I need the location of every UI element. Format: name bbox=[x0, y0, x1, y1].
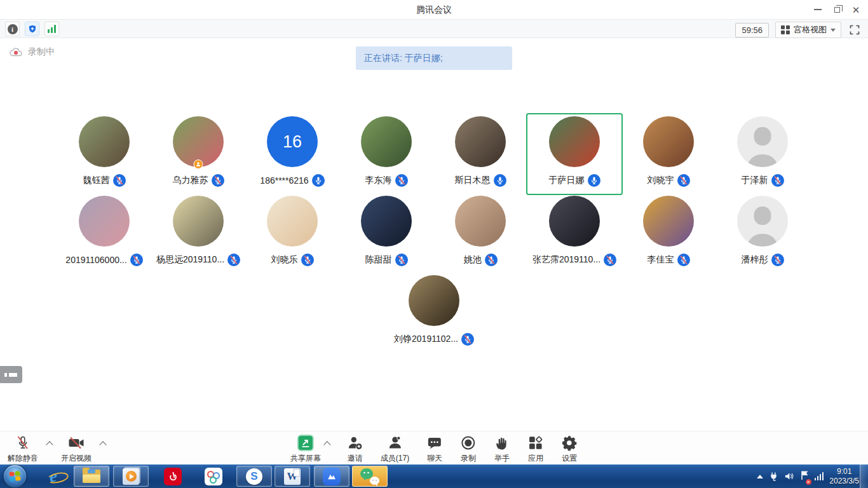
apps-button[interactable]: 应用 bbox=[527, 435, 544, 464]
layout-toggle-button[interactable] bbox=[0, 366, 22, 383]
settings-button[interactable]: 设置 bbox=[561, 435, 578, 464]
participant-avatar bbox=[643, 196, 694, 247]
media-player-icon bbox=[123, 468, 139, 485]
window-titlebar: 腾讯会议 ✕ bbox=[0, 0, 868, 19]
participant-tile[interactable]: 乌力雅苏 bbox=[151, 114, 245, 194]
action-center-alert-badge: ✕ bbox=[806, 479, 811, 485]
participant-avatar bbox=[549, 116, 600, 167]
folder-icon bbox=[83, 470, 100, 483]
minimize-icon bbox=[814, 9, 822, 10]
participant-tile[interactable]: 陈甜甜 bbox=[339, 194, 433, 273]
restore-button[interactable] bbox=[827, 0, 846, 19]
meeting-security-button[interactable] bbox=[25, 22, 39, 36]
mic-muted-icon bbox=[771, 174, 784, 187]
participant-tile[interactable]: 刘铮20191102... bbox=[387, 273, 481, 353]
participant-tile[interactable]: 姚池 bbox=[433, 194, 527, 273]
taskbar-clock[interactable]: 9:01 2023/3/5 bbox=[829, 467, 859, 486]
network-quality-button[interactable] bbox=[44, 22, 59, 36]
mic-muted-icon bbox=[677, 254, 690, 266]
mic-on-icon bbox=[588, 174, 600, 187]
word-icon: W bbox=[284, 468, 301, 485]
apps-icon bbox=[527, 435, 544, 451]
record-button[interactable]: 录制 bbox=[460, 435, 477, 464]
chat-label: 聊天 bbox=[427, 453, 442, 464]
fullscreen-button[interactable] bbox=[848, 23, 862, 37]
participant-tile[interactable]: 16 186****6216 bbox=[245, 114, 339, 194]
participant-name: 20191106000... bbox=[65, 255, 126, 265]
unmute-button[interactable]: 解除静音 bbox=[8, 435, 38, 464]
taskbar-item-netease-music[interactable] bbox=[155, 466, 191, 487]
chat-button[interactable]: 聊天 bbox=[426, 435, 443, 464]
participant-tile[interactable]: 杨思远2019110... bbox=[151, 194, 245, 273]
camera-off-icon bbox=[67, 435, 85, 451]
power-plug-icon[interactable] bbox=[769, 471, 778, 481]
cloud-recording-icon bbox=[9, 47, 23, 57]
participant-tile[interactable]: 张艺霈2019110... bbox=[527, 194, 621, 273]
video-options-chevron-icon[interactable] bbox=[99, 441, 106, 448]
shield-icon bbox=[27, 24, 37, 34]
taskbar-item-media-player[interactable] bbox=[113, 466, 149, 487]
close-button[interactable]: ✕ bbox=[846, 0, 865, 19]
taskbar-item-sogou[interactable]: S bbox=[236, 466, 272, 487]
share-options-chevron-icon[interactable] bbox=[323, 441, 330, 448]
mic-muted-icon bbox=[15, 435, 31, 451]
minimize-button[interactable] bbox=[808, 0, 827, 19]
meeting-main-area: 录制中 正在讲话: 于萨日娜; 魏钰茜 乌力雅苏 16 1 bbox=[0, 39, 868, 431]
taskbar-item-tencent-meeting[interactable] bbox=[314, 466, 349, 487]
members-button[interactable]: 成员(17) bbox=[381, 435, 409, 464]
participant-name: 杨思远2019110... bbox=[156, 254, 224, 266]
participant-tile[interactable]: 20191106000... bbox=[57, 194, 151, 273]
participant-tile[interactable]: 李佳宝 bbox=[621, 194, 715, 273]
participant-avatar bbox=[173, 196, 224, 247]
participant-name: 姚池 bbox=[464, 254, 482, 266]
raise-hand-button[interactable]: 举手 bbox=[494, 435, 510, 464]
taskbar-item-wechat[interactable] bbox=[352, 466, 388, 487]
share-screen-button[interactable]: 共享屏幕 bbox=[290, 435, 321, 464]
taskbar-item-word[interactable]: W bbox=[275, 466, 310, 487]
participant-tile[interactable]: 潘梓彤 bbox=[715, 194, 810, 273]
taskbar-item-circles-app[interactable] bbox=[196, 466, 231, 487]
volume-icon[interactable] bbox=[784, 471, 794, 481]
network-tray-icon[interactable] bbox=[815, 472, 824, 480]
participant-name: 于泽新 bbox=[742, 175, 768, 186]
grid-view-icon bbox=[781, 25, 790, 34]
participant-tile[interactable]: 刘晓宇 bbox=[621, 114, 715, 194]
participant-tile[interactable]: 斯日木恩 bbox=[433, 114, 527, 194]
record-label: 录制 bbox=[461, 453, 476, 464]
default-avatar bbox=[737, 116, 788, 167]
meeting-timer: 59:56 bbox=[735, 23, 769, 37]
participant-avatar bbox=[643, 116, 694, 167]
action-center-flag-icon[interactable]: ✕ bbox=[800, 470, 809, 483]
clock-date: 2023/3/5 bbox=[829, 477, 859, 486]
meeting-toolbar: 解除静音 开启视频 共享屏幕 bbox=[0, 431, 868, 464]
meeting-info-button[interactable]: i bbox=[5, 22, 20, 36]
settings-gear-icon bbox=[561, 435, 578, 451]
participant-avatar bbox=[79, 196, 130, 247]
sogou-app-icon: S bbox=[246, 468, 262, 485]
tray-hidden-icons-button[interactable] bbox=[757, 475, 763, 478]
fullscreen-icon bbox=[850, 25, 860, 35]
view-mode-button[interactable]: 宫格视图 bbox=[775, 22, 841, 38]
windows-taskbar: e S W bbox=[0, 464, 868, 488]
mic-on-icon bbox=[312, 174, 325, 187]
mic-muted-icon bbox=[395, 174, 408, 187]
clock-time: 9:01 bbox=[829, 467, 859, 477]
apps-label: 应用 bbox=[528, 453, 543, 464]
taskbar-item-internet-explorer[interactable]: e bbox=[36, 466, 71, 487]
invite-button[interactable]: 邀请 bbox=[347, 435, 363, 464]
start-video-button[interactable]: 开启视频 bbox=[61, 435, 92, 464]
participant-name: 于萨日娜 bbox=[549, 175, 585, 186]
mic-muted-icon bbox=[461, 333, 474, 346]
close-icon: ✕ bbox=[852, 5, 860, 15]
show-desktop-button[interactable] bbox=[860, 464, 868, 488]
participant-tile[interactable]: 李东海 bbox=[339, 114, 433, 194]
mic-muted-icon bbox=[227, 254, 240, 266]
participant-tile[interactable]: 于萨日娜 bbox=[527, 114, 621, 194]
participant-tile[interactable]: 魏钰茜 bbox=[57, 114, 151, 194]
participant-tile[interactable]: 刘晓乐 bbox=[245, 194, 339, 273]
share-screen-icon bbox=[297, 435, 314, 451]
audio-options-chevron-icon[interactable] bbox=[46, 441, 53, 448]
start-button[interactable] bbox=[4, 465, 26, 487]
taskbar-item-explorer[interactable] bbox=[74, 466, 109, 487]
participant-tile[interactable]: 于泽新 bbox=[715, 114, 810, 194]
